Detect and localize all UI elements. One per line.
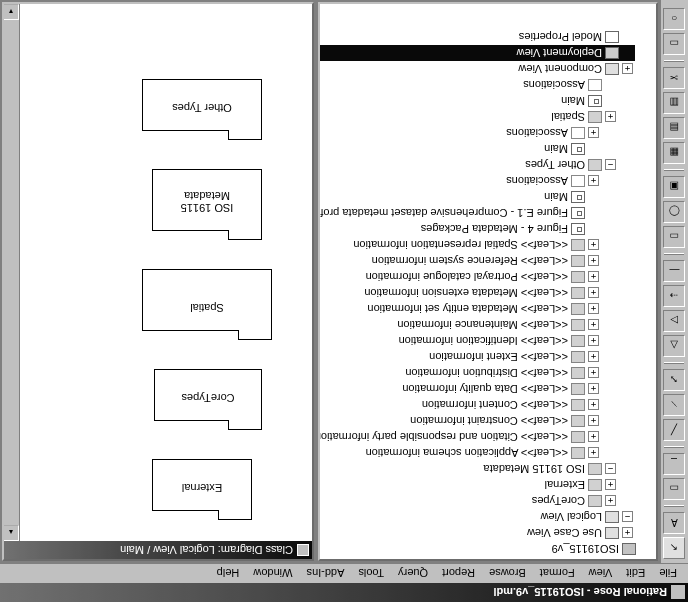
tree-leaf[interactable]: +<<Leaf>> Metadata entity set informatio… (320, 301, 601, 317)
menu-help[interactable]: Help (210, 566, 247, 582)
tree-leaf[interactable]: +<<Leaf>> Metadata extension information (320, 285, 601, 301)
package-box[interactable]: CoreTypes (154, 369, 262, 421)
tree-leaf[interactable]: +<<Leaf>> Identification information (320, 333, 601, 349)
tool-class[interactable]: ▭ (664, 226, 686, 248)
menu-edit[interactable]: Edit (619, 566, 652, 582)
expand-icon[interactable]: + (588, 272, 599, 283)
expand-icon[interactable]: + (588, 368, 599, 379)
tree-leaf[interactable]: +<<Leaf>> Spatial representation informa… (320, 237, 601, 253)
tool-note[interactable]: ▭ (664, 478, 686, 500)
expand-icon[interactable]: + (588, 352, 599, 363)
tree-deployment[interactable]: Deployment View (320, 45, 635, 61)
tree-lv-main[interactable]: Main (320, 93, 618, 109)
expand-icon[interactable]: + (588, 304, 599, 315)
expand-icon[interactable]: + (588, 400, 599, 411)
tool-a[interactable]: ▦ (664, 142, 686, 164)
tree-othertypes[interactable]: − Other Types (320, 157, 618, 173)
tree-leaf[interactable]: +<<Leaf>> Distribution information (320, 365, 601, 381)
expand-icon[interactable]: + (588, 432, 599, 443)
tree-leaf[interactable]: +<<Leaf>> Content information (320, 397, 601, 413)
tree-iso-meta[interactable]: − ISO 19115 Metadata (320, 461, 618, 477)
tool-assoc[interactable]: — (664, 260, 686, 282)
tool-line2[interactable]: ⟍ (664, 394, 686, 416)
tool-line1[interactable]: ╱ (664, 419, 686, 441)
tool-gen[interactable]: △ (664, 335, 686, 357)
tree-other-assoc[interactable]: + Associations (320, 125, 601, 141)
tool-b[interactable]: ▤ (664, 117, 686, 139)
package-box[interactable]: Spatial (142, 269, 272, 331)
menu-tools[interactable]: Tools (351, 566, 391, 582)
tree-root[interactable]: ISO19115_v9 (320, 541, 652, 557)
collapse-icon[interactable]: − (622, 512, 633, 523)
tool-text[interactable]: A (664, 512, 686, 534)
package-box[interactable]: ISO 19115 Metadata (152, 169, 262, 231)
tree-external[interactable]: + External (320, 477, 618, 493)
tool-d[interactable]: ✂ (664, 67, 686, 89)
menu-view[interactable]: View (582, 566, 620, 582)
menu-file[interactable]: File (652, 566, 684, 582)
menu-window[interactable]: Window (246, 566, 299, 582)
tree-leaf[interactable]: +<<Leaf>> Application schema information (320, 445, 601, 461)
tree-coretypes[interactable]: + CoreTypes (320, 493, 618, 509)
package-box[interactable]: External (152, 459, 252, 511)
tree-leaf[interactable]: +<<Leaf>> Citation and responsible party… (320, 429, 601, 445)
tree-item[interactable]: +Associations (320, 173, 601, 189)
tree-modelprops[interactable]: Model Properties (320, 29, 635, 45)
tree-leaf[interactable]: +<<Leaf>> Data quality information (320, 381, 601, 397)
tree-leaf[interactable]: +<<Leaf>> Constraint information (320, 413, 601, 429)
tree-other-main[interactable]: Main (320, 141, 601, 157)
tree-leaf[interactable]: +<<Leaf>> Reference system information (320, 253, 601, 269)
expand-icon[interactable]: + (622, 528, 633, 539)
tree-logical[interactable]: − Logical View (320, 509, 635, 525)
tree-leaf[interactable]: +<<Leaf>> Portrayal catalogue informatio… (320, 269, 601, 285)
expand-icon[interactable]: + (588, 320, 599, 331)
expand-icon[interactable]: + (588, 256, 599, 267)
menu-query[interactable]: Query (391, 566, 435, 582)
tree-spatial[interactable]: + Spatial (320, 109, 618, 125)
expand-icon[interactable]: + (605, 112, 616, 123)
expand-icon[interactable]: + (588, 448, 599, 459)
menu-browse[interactable]: Browse (482, 566, 533, 582)
tool-realize[interactable]: ▷ (664, 310, 686, 332)
tool-f[interactable]: ○ (664, 8, 686, 30)
tool-anchor[interactable]: ⎯ (664, 453, 686, 475)
scroll-up-icon[interactable]: ▴ (4, 525, 19, 541)
expand-icon[interactable]: + (588, 288, 599, 299)
menu-report[interactable]: Report (435, 566, 482, 582)
package-icon (571, 287, 585, 299)
collapse-icon[interactable]: − (605, 464, 616, 475)
expand-icon[interactable]: + (588, 416, 599, 427)
expand-icon[interactable]: + (588, 240, 599, 251)
tool-pkg[interactable]: ▣ (664, 176, 686, 198)
tree-item[interactable]: Figure 4 - Metadata Packages (320, 221, 601, 237)
tool-dep[interactable]: ⇢ (664, 285, 686, 307)
tree-usecase[interactable]: + Use Case View (320, 525, 635, 541)
expand-icon[interactable]: + (605, 496, 616, 507)
tree-leaf[interactable]: +<<Leaf>> Maintenance information (320, 317, 601, 333)
tree-item[interactable]: Figure E.1 - Comprehensive dataset metad… (320, 205, 601, 221)
diagram-canvas[interactable]: ExternalCoreTypesSpatialISO 19115 Metada… (20, 4, 312, 541)
scroll-down-icon[interactable]: ▾ (4, 4, 19, 20)
expand-icon[interactable]: + (588, 176, 599, 187)
tool-e[interactable]: ▭ (664, 33, 686, 55)
expand-icon[interactable]: + (588, 336, 599, 347)
collapse-icon[interactable]: − (605, 160, 616, 171)
model-browser[interactable]: ISO19115_v9 + Use Case View − Logical Vi… (318, 2, 658, 561)
expand-icon[interactable]: + (588, 128, 599, 139)
expand-icon[interactable]: + (588, 384, 599, 395)
tree-component[interactable]: + Component View (320, 61, 635, 77)
menu-addins[interactable]: Add-Ins (300, 566, 352, 582)
package-box[interactable]: Other Types (142, 79, 262, 131)
tree-item[interactable]: Main (320, 189, 601, 205)
tool-c[interactable]: ▥ (664, 92, 686, 114)
expand-icon[interactable]: + (622, 64, 633, 75)
menu-format[interactable]: Format (533, 566, 582, 582)
tree-lv-assoc[interactable]: Associations (320, 77, 618, 93)
tool-iface[interactable]: ◯ (664, 201, 686, 223)
scrollbar-vertical[interactable]: ▴ ▾ (4, 4, 20, 541)
tree-leaf[interactable]: +<<Leaf>> Extent information (320, 349, 601, 365)
diagram-titlebar[interactable]: Class Diagram: Logical View / Main (4, 541, 312, 559)
tool-line3[interactable]: ⤡ (664, 369, 686, 391)
expand-icon[interactable]: + (605, 480, 616, 491)
tool-pointer[interactable]: ↖ (664, 537, 686, 559)
